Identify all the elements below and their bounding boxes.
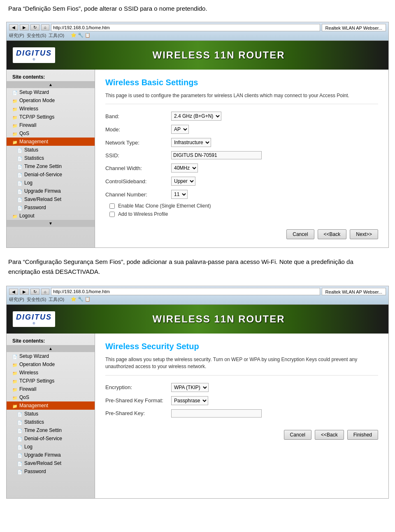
brand-name-2: DIGITUS	[16, 313, 52, 322]
sidebar-item-statistics-2[interactable]: Statistics	[7, 418, 95, 426]
menu-item-4[interactable]: 研究(P)	[9, 296, 24, 303]
checkbox-wireless-profile[interactable]	[109, 212, 115, 217]
sidebar-item-dos-2[interactable]: Denial-of-Service	[7, 434, 95, 443]
home-btn-2[interactable]: ⌂	[41, 289, 49, 295]
folder-icon-7	[12, 213, 17, 218]
menu-item-6[interactable]: 工具(O)	[49, 296, 64, 303]
label-wireless-profile: Add to Wireless Profile	[118, 211, 168, 217]
folder-icon-13	[12, 403, 17, 408]
sidebar-label-status-1: Status	[24, 147, 38, 153]
scroll-up-2[interactable]: ▲	[7, 345, 95, 352]
back-btn-1[interactable]: ◀	[9, 24, 18, 30]
sidebar-item-timezone-2[interactable]: Time Zone Settin	[7, 426, 95, 434]
sidebar-item-wireless-1[interactable]: Wireless	[7, 105, 95, 113]
select-control-sideband[interactable]: Upper	[171, 177, 195, 186]
sidebar-item-tcpip-2[interactable]: TCP/IP Settings	[7, 377, 95, 385]
form-row-band: Band: 2.4 GHz (B+G+N)	[105, 112, 378, 121]
label-ssid: SSID:	[105, 152, 171, 159]
scroll-up-1[interactable]: ▲	[7, 81, 95, 88]
sidebar-item-qos-2[interactable]: QoS	[7, 393, 95, 401]
scroll-down-1[interactable]: ▼	[7, 220, 95, 227]
sidebar-item-management-1[interactable]: Management	[7, 138, 95, 146]
back-button-1[interactable]: <<Back	[318, 229, 347, 239]
label-band: Band:	[105, 113, 171, 119]
sidebar-item-password-1[interactable]: Password	[7, 203, 95, 212]
browser-chrome-2: ◀ ▶ ↻ ⌂ Realtek WLAN AP Webser... 研究(P) …	[7, 286, 388, 305]
toolbar-icons: ⭐ 🔧 📋	[71, 33, 91, 39]
sidebar-item-log-2[interactable]: Log	[7, 443, 95, 451]
input-psk[interactable]	[171, 409, 262, 418]
select-network-type[interactable]: Infrastructure	[171, 138, 211, 147]
browser-chrome-1: ◀ ▶ ↻ ⌂ Realtek WLAN AP Webser... 研究(P) …	[7, 22, 388, 41]
address-input-1[interactable]	[51, 24, 320, 31]
form-row-psk: Pre-Shared Key:	[105, 409, 378, 418]
refresh-btn-2[interactable]: ↻	[30, 289, 40, 295]
select-encryption[interactable]: WPA (TKIP)	[171, 383, 209, 392]
sidebar-item-management-2[interactable]: Management	[7, 401, 95, 410]
file-icon-1	[12, 90, 17, 95]
btn-row-1: Cancel <<Back Next>>	[105, 225, 378, 239]
sidebar-item-savereload-1[interactable]: Save/Reload Set	[7, 195, 95, 203]
sidebar-item-status-1[interactable]: Status	[7, 146, 95, 154]
sidebar-label-log-2: Log	[24, 444, 33, 450]
input-ssid[interactable]	[171, 151, 262, 159]
sidebar-item-password-2[interactable]: Password	[7, 467, 95, 476]
form-row-network-type: Network Type: Infrastructure	[105, 138, 378, 147]
sidebar-item-operation-mode-2[interactable]: Operation Mode	[7, 360, 95, 369]
address-input-2[interactable]	[51, 288, 320, 295]
sidebar-2: Site contents: ▲ Setup Wizard Operation …	[7, 334, 95, 498]
sidebar-item-wireless-2[interactable]: Wireless	[7, 369, 95, 377]
sidebar-item-firewall-2[interactable]: Firewall	[7, 385, 95, 393]
sidebar-item-status-2[interactable]: Status	[7, 410, 95, 418]
folder-icon-1	[12, 98, 17, 103]
select-psk-format[interactable]: Passphrase	[171, 396, 208, 405]
router-panel-2: ◀ ▶ ↻ ⌂ Realtek WLAN AP Webser... 研究(P) …	[6, 286, 389, 499]
finished-button[interactable]: Finished	[347, 430, 378, 440]
forward-btn-2[interactable]: ▶	[20, 289, 29, 295]
select-channel-number[interactable]: 11	[171, 190, 188, 199]
back-button-2[interactable]: <<Back	[315, 430, 344, 440]
forward-btn-1[interactable]: ▶	[20, 24, 29, 30]
next-button-1[interactable]: Next>>	[350, 229, 378, 239]
sidebar-label-setup-wizard-1: Setup Wizard	[19, 89, 49, 95]
sidebar-item-savereload-2[interactable]: Save/Reload Set	[7, 459, 95, 467]
sidebar-item-logout-1[interactable]: Logout	[7, 212, 95, 220]
label-psk-format: Pre-Shared Key Format:	[105, 397, 171, 404]
sidebar-item-statistics-1[interactable]: Statistics	[7, 154, 95, 162]
sidebar-label-operation-mode-1: Operation Mode	[19, 98, 55, 103]
select-band[interactable]: 2.4 GHz (B+G+N)	[171, 112, 221, 121]
sidebar-item-firewall-1[interactable]: Firewall	[7, 121, 95, 129]
sidebar-item-operation-mode-1[interactable]: Operation Mode	[7, 96, 95, 105]
refresh-btn-1[interactable]: ↻	[30, 24, 40, 30]
sidebar-1: Site contents: ▲ Setup Wizard Operation …	[7, 70, 95, 248]
file-icon-10	[12, 354, 17, 359]
sidebar-item-dos-1[interactable]: Denial-of-Service	[7, 170, 95, 179]
sidebar-item-setup-wizard-1[interactable]: Setup Wizard	[7, 88, 95, 96]
label-encryption: Encryption:	[105, 384, 171, 390]
page-description-2: This page allows you setup the wireless …	[105, 356, 378, 376]
sidebar-label-tcpip-2: TCP/IP Settings	[19, 378, 54, 384]
back-btn-2[interactable]: ◀	[9, 289, 18, 295]
form-row-channel-width: Channel Width: 40MHz	[105, 163, 378, 173]
menu-item-5[interactable]: 安全性(S)	[27, 296, 46, 303]
menu-item-3[interactable]: 工具(O)	[49, 33, 64, 39]
select-channel-width[interactable]: 40MHz	[171, 163, 198, 173]
sidebar-item-qos-1[interactable]: QoS	[7, 129, 95, 138]
sidebar-item-timezone-1[interactable]: Time Zone Settin	[7, 162, 95, 170]
sidebar-item-log-1[interactable]: Log	[7, 179, 95, 187]
sidebar-item-firmware-2[interactable]: Upgrade Firmwa	[7, 451, 95, 459]
cancel-button-2[interactable]: Cancel	[284, 430, 311, 440]
select-mode[interactable]: AP	[171, 125, 189, 134]
home-btn-1[interactable]: ⌂	[41, 24, 49, 30]
checkbox-mac-clone[interactable]	[109, 203, 115, 209]
sidebar-item-firmware-1[interactable]: Upgrade Firmwa	[7, 187, 95, 195]
folder-icon-11	[12, 387, 17, 392]
sidebar-item-setup-wizard-2[interactable]: Setup Wizard	[7, 352, 95, 360]
file-icon-18	[17, 469, 22, 474]
cancel-button-1[interactable]: Cancel	[286, 229, 314, 239]
tab-label-1: Realtek WLAN AP Webser...	[322, 24, 386, 31]
menu-item-1[interactable]: 研究(P)	[9, 33, 24, 39]
menu-item-2[interactable]: 安全性(S)	[27, 33, 46, 39]
sidebar-item-tcpip-1[interactable]: TCP/IP Settings	[7, 113, 95, 121]
file-icon-9	[17, 205, 22, 210]
